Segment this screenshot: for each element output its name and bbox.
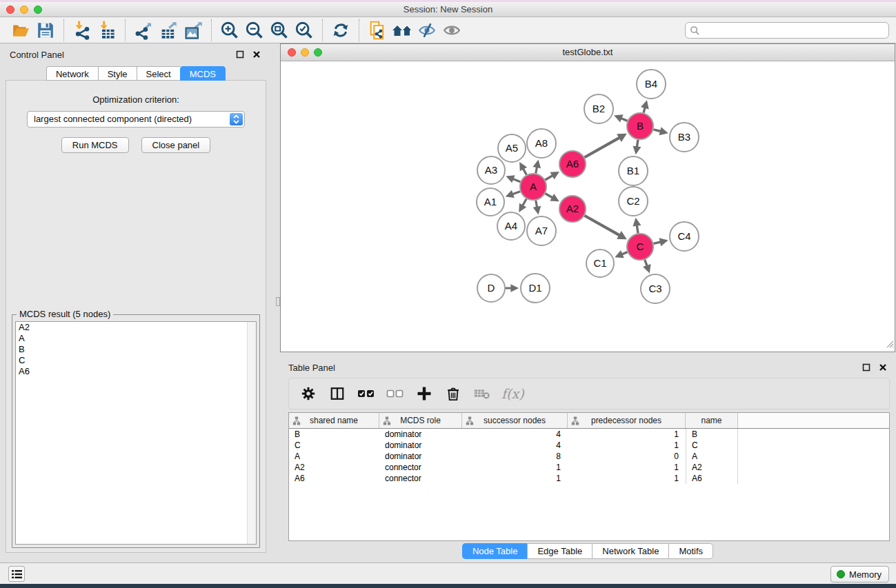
- zoom-in-button[interactable]: [217, 19, 242, 41]
- cell-successor-nodes[interactable]: 4: [462, 429, 568, 440]
- table-row[interactable]: A2connector11A2: [289, 462, 889, 473]
- zoom-selected-button[interactable]: [292, 19, 317, 41]
- save-session-button[interactable]: [33, 19, 58, 41]
- mcds-result-list[interactable]: A2ABCA6: [15, 321, 257, 545]
- network-graph[interactable]: B4B2BB3A8A5A6A3B1AA1C2A2A4A7C4CC1C3DD1: [281, 61, 895, 352]
- network-canvas[interactable]: B4B2BB3A8A5A6A3B1AA1C2A2A4A7C4CC1C3DD1: [281, 61, 895, 352]
- double-home-button[interactable]: [390, 19, 415, 41]
- cell-successor-nodes[interactable]: 1: [462, 462, 568, 473]
- network-minimize-button[interactable]: [301, 48, 309, 57]
- cell-successor-nodes[interactable]: 4: [462, 440, 568, 451]
- table-row[interactable]: Adominator80A: [289, 451, 889, 462]
- criterion-dropdown[interactable]: largest connected component (directed): [27, 111, 245, 128]
- tab-style[interactable]: Style: [98, 66, 137, 81]
- cell-name[interactable]: B: [686, 429, 738, 440]
- cell-successor-nodes[interactable]: 1: [462, 473, 568, 484]
- hide-selected-button[interactable]: [415, 19, 439, 41]
- delete-columns-button[interactable]: [444, 384, 463, 403]
- graph-edge-B-B3[interactable]: [653, 130, 661, 132]
- graph-edge-A-A1[interactable]: [512, 192, 520, 194]
- function-builder-button[interactable]: f(x): [501, 386, 524, 401]
- cell-predecessor-nodes[interactable]: 1: [568, 462, 686, 473]
- cell-shared-name[interactable]: B: [289, 429, 379, 440]
- close-panel-button-mcds[interactable]: Close panel: [141, 137, 211, 153]
- graph-edge-A-A8[interactable]: [536, 167, 537, 173]
- minimize-window-button[interactable]: [20, 6, 28, 14]
- cell-mcds-role[interactable]: connector: [379, 473, 462, 484]
- float-panel-button[interactable]: [235, 49, 246, 60]
- graph-edge-A6-B[interactable]: [584, 138, 619, 158]
- graph-edge-C-C3[interactable]: [645, 260, 647, 266]
- column-header-successor-nodes[interactable]: successor nodes: [462, 413, 568, 428]
- table-row[interactable]: Bdominator41B: [289, 429, 889, 440]
- memory-button[interactable]: Memory: [830, 566, 889, 582]
- cell-shared-name[interactable]: A6: [289, 473, 379, 484]
- graph-edge-A-A3[interactable]: [512, 179, 520, 181]
- show-all-button[interactable]: [439, 19, 464, 41]
- column-header-shared-name[interactable]: shared name: [289, 413, 379, 428]
- splitter-handle[interactable]: [276, 297, 280, 306]
- graph-edge-A-A2[interactable]: [545, 194, 552, 198]
- open-file-button[interactable]: [8, 19, 33, 41]
- graph-edge-A-A5[interactable]: [523, 169, 526, 175]
- cell-name[interactable]: A: [686, 451, 738, 462]
- cell-predecessor-nodes[interactable]: 1: [568, 429, 686, 440]
- cell-name[interactable]: A2: [686, 462, 738, 473]
- tab-edge-table[interactable]: Edge Table: [527, 543, 592, 559]
- create-column-button[interactable]: [415, 384, 434, 403]
- export-image-button[interactable]: [181, 19, 206, 41]
- close-panel-button[interactable]: [251, 49, 262, 60]
- graph-edge-B-B2[interactable]: [621, 118, 627, 121]
- graph-edge-C-C1[interactable]: [621, 252, 627, 254]
- node-table[interactable]: shared nameMCDS rolesuccessor nodesprede…: [288, 412, 890, 541]
- resize-grip[interactable]: [884, 338, 894, 351]
- cell-mcds-role[interactable]: dominator: [379, 451, 462, 462]
- new-network-from-selection-button[interactable]: [365, 19, 390, 41]
- table-close-button[interactable]: [877, 362, 888, 373]
- cell-name[interactable]: A6: [686, 473, 738, 484]
- cell-predecessor-nodes[interactable]: 1: [568, 440, 686, 451]
- graph-edge-C-C4[interactable]: [653, 242, 660, 243]
- tab-motifs[interactable]: Motifs: [668, 543, 713, 559]
- import-table-button[interactable]: [94, 19, 119, 41]
- cell-shared-name[interactable]: C: [289, 440, 379, 451]
- cell-predecessor-nodes[interactable]: 0: [568, 451, 686, 462]
- deselect-all-columns-button[interactable]: [386, 384, 405, 403]
- close-window-button[interactable]: [6, 6, 14, 14]
- zoom-out-button[interactable]: [242, 19, 267, 41]
- mcds-result-item[interactable]: A: [16, 333, 256, 344]
- tab-network-table[interactable]: Network Table: [592, 543, 668, 559]
- table-row[interactable]: A6connector11A6: [289, 473, 889, 484]
- import-network-button[interactable]: [70, 19, 94, 41]
- cell-mcds-role[interactable]: dominator: [379, 440, 462, 451]
- mcds-result-item[interactable]: B: [16, 344, 256, 355]
- export-table-button[interactable]: [156, 19, 181, 41]
- network-zoom-button[interactable]: [314, 48, 322, 57]
- zoom-window-button[interactable]: [34, 6, 42, 14]
- mcds-result-item[interactable]: A6: [16, 366, 256, 377]
- graph-edge-B-B1[interactable]: [637, 140, 638, 148]
- column-header-predecessor-nodes[interactable]: predecessor nodes: [568, 413, 686, 428]
- delete-table-button[interactable]: [472, 384, 492, 403]
- cell-mcds-role[interactable]: connector: [379, 462, 462, 473]
- cell-mcds-role[interactable]: dominator: [379, 429, 462, 440]
- cell-name[interactable]: C: [686, 440, 738, 451]
- column-header-name[interactable]: name: [686, 413, 738, 428]
- export-network-button[interactable]: [131, 19, 156, 41]
- zoom-fit-button[interactable]: [267, 19, 292, 41]
- column-header-mcds-role[interactable]: MCDS role: [379, 413, 462, 428]
- cell-successor-nodes[interactable]: 8: [462, 451, 568, 462]
- tab-mcds[interactable]: MCDS: [180, 66, 226, 81]
- graph-edge-C-C2[interactable]: [637, 225, 638, 234]
- graph-edge-A2-C[interactable]: [584, 216, 619, 236]
- table-float-button[interactable]: [861, 362, 872, 373]
- search-input[interactable]: [700, 23, 888, 37]
- graph-edge-A-A6[interactable]: [545, 176, 552, 180]
- graph-edge-A-A7[interactable]: [536, 201, 537, 207]
- table-mode-button[interactable]: [299, 384, 318, 403]
- result-list-scrollbar[interactable]: [247, 322, 256, 544]
- cell-shared-name[interactable]: A2: [289, 462, 379, 473]
- cell-predecessor-nodes[interactable]: 1: [568, 473, 686, 484]
- show-columns-button[interactable]: [328, 384, 347, 403]
- run-mcds-button[interactable]: Run MCDS: [61, 137, 129, 153]
